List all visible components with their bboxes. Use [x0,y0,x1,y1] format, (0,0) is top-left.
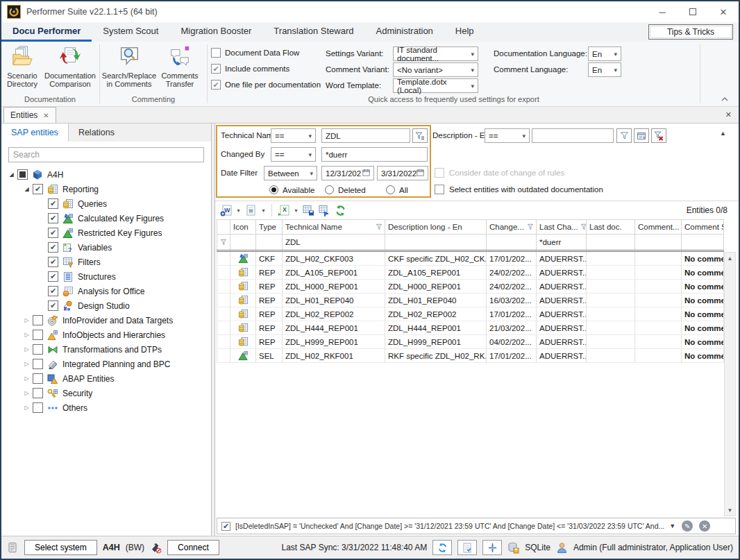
word-template-button[interactable]: w [244,203,258,218]
tree-item[interactable]: ▷ABAP Entities [1,371,211,386]
connect-button[interactable]: Connect [167,540,219,555]
tree-item[interactable]: Analysis for Office [1,284,211,298]
panel-close-icon[interactable]: ✕ [725,110,732,119]
tab-entities[interactable]: Entities ✕ [3,107,56,123]
tree-checkbox[interactable] [33,330,43,340]
word-template-select[interactable]: Template.dotx (Local)▾ [393,78,478,93]
tab-close-icon[interactable]: ✕ [43,112,49,119]
description-operator-select[interactable]: ==▾ [485,128,530,143]
apply-filter-button[interactable] [412,128,428,143]
column-header-icon[interactable]: Icon [230,219,256,235]
tree-item[interactable]: ▷Security [1,386,211,400]
log-report-button[interactable] [457,540,477,555]
radio-deleted[interactable]: Deleted [325,185,366,194]
column-filter-icon[interactable] [527,223,534,230]
menu-tab-docu-performer[interactable]: Docu Performer [1,22,92,42]
filter-cell[interactable] [385,235,487,250]
checkbox-include-comments[interactable]: Include comments [211,64,289,74]
column-filter-icon[interactable] [376,223,382,230]
calendar-icon[interactable] [362,169,370,178]
filter-cell[interactable] [587,235,635,250]
tree-checkbox[interactable] [33,344,43,355]
expander-icon[interactable]: ▷ [21,361,33,367]
tree-item[interactable]: Design Studio [1,298,211,313]
calendar-icon[interactable] [417,169,424,178]
select-system-button[interactable]: Select system [24,540,97,555]
tree-checkbox[interactable] [48,198,58,209]
close-button[interactable]: ✕ [708,1,739,22]
table-row[interactable]: CKFZDL_H02_CKF003CKF specific ZDL_H02_CK… [217,252,724,266]
comment-variant-select[interactable]: <No variant>▾ [393,62,478,77]
tree-item[interactable]: ▷InfoObjects and Hierarchies [1,328,211,342]
filter-cell-last-changed-by[interactable]: *duerr [537,235,587,250]
tree-item[interactable]: Restricted Key Figures [1,226,211,240]
settings-variant-select[interactable]: IT standard document...▾ [393,46,478,61]
table-row[interactable]: REPZDL_H444_REP001ZDL_H444_REP00121/03/2… [217,321,724,335]
export-word-button[interactable]: W [219,203,233,218]
menu-tab-help[interactable]: Help [444,22,485,42]
scenario-directory-button[interactable]: Scenario Directory [1,44,43,94]
tree-item[interactable]: ▷Others [1,400,211,415]
tree-item[interactable]: ◢Reporting [1,182,211,196]
expander-icon[interactable]: ▷ [21,346,33,353]
table-row[interactable]: SELZDL_H02_RKF001RKF specific ZDL_H02_RK… [217,349,724,363]
column-header-last-doc[interactable]: Last doc. [587,219,635,235]
tab-sap-entities[interactable]: SAP entities [1,124,69,142]
menu-tab-administration[interactable]: Administration [364,22,444,42]
documentation-language-select[interactable]: En▾ [588,46,621,61]
table-row[interactable]: REPZDL_H02_REP002ZDL_H02_REP00217/01/202… [217,307,724,321]
collapse-filter-icon[interactable]: ▲ [720,130,726,137]
expander-icon[interactable]: ▷ [21,332,33,338]
description-input[interactable] [532,128,614,143]
tree-item[interactable]: Filters [1,255,211,269]
table-row[interactable]: REPZDL_H999_REP001ZDL_H999_REP00104/02/2… [217,335,724,349]
radio-available[interactable]: Available [269,185,314,194]
tree-checkbox[interactable] [48,286,58,296]
tree-checkbox[interactable] [48,228,58,238]
filter-cell[interactable] [635,235,682,250]
column-header-last-changed-by[interactable]: Last Cha... [537,219,587,235]
tab-relations[interactable]: Relations [69,124,124,142]
table-row[interactable]: REPZDL_H01_REP040ZDL_H01_REP04016/03/202… [217,294,724,307]
radio-all[interactable]: All [386,185,408,194]
filter-editor-button[interactable] [634,128,649,143]
column-header-technical-name[interactable]: Technical Name [283,219,385,235]
menu-tab-system-scout[interactable]: System Scout [92,22,169,42]
clear-filter-button[interactable] [651,128,666,143]
expander-icon[interactable]: ▷ [21,405,33,411]
tree-checkbox[interactable] [33,402,43,413]
comments-transfer-button[interactable]: Comments Transfer [158,44,202,94]
chevron-down-icon[interactable]: ▾ [292,207,300,214]
expander-icon[interactable]: ◢ [6,171,17,178]
search-replace-comments-button[interactable]: Search/Replace in Comments [101,44,158,94]
tree-item[interactable]: Structures [1,269,211,284]
tree-checkbox[interactable] [33,373,43,384]
checkbox-one-file-per-documentation[interactable]: One file per documentation [211,80,321,90]
column-header-comment[interactable]: Comment... [635,219,682,235]
expander-icon[interactable]: ▷ [21,317,33,323]
sync-button[interactable] [432,540,452,555]
chevron-down-icon[interactable]: ▼ [669,523,675,529]
tree-item[interactable]: ▷Integrated Planning and BPC [1,357,211,371]
column-filter-icon[interactable] [580,223,587,230]
changed-by-operator-select[interactable]: ==▾ [271,147,316,162]
tree-item[interactable]: ▷InfoProvider and Data Targets [1,313,211,328]
filter-cell[interactable] [230,235,256,250]
menu-tab-translation-steward[interactable]: Translation Steward [262,22,364,42]
collapse-ribbon-icon[interactable] [719,94,730,103]
checkbox-outdated-documentation[interactable]: Select entities with outdated documentat… [435,185,603,194]
scroll-down-icon[interactable]: ▼ [728,504,733,516]
tree-checkbox[interactable] [48,242,58,253]
technical-name-operator-select[interactable]: ==▾ [271,128,316,143]
edit-filter-button[interactable]: ✎ [682,520,693,532]
tree-checkbox[interactable] [33,184,43,194]
tree-checkbox[interactable] [48,213,58,223]
column-header-change-date[interactable]: Change... [487,219,537,235]
tree-item[interactable]: ▷Transformations and DTPs [1,342,211,357]
maximize-button[interactable] [678,1,708,22]
menu-tab-migration-booster[interactable]: Migration Booster [169,22,262,42]
filter-button[interactable] [616,128,632,143]
checkbox-document-data-flow[interactable]: Document Data Flow [211,48,299,58]
save-grid-layout-button[interactable] [301,203,316,218]
chevron-down-icon[interactable]: ▾ [235,207,242,214]
